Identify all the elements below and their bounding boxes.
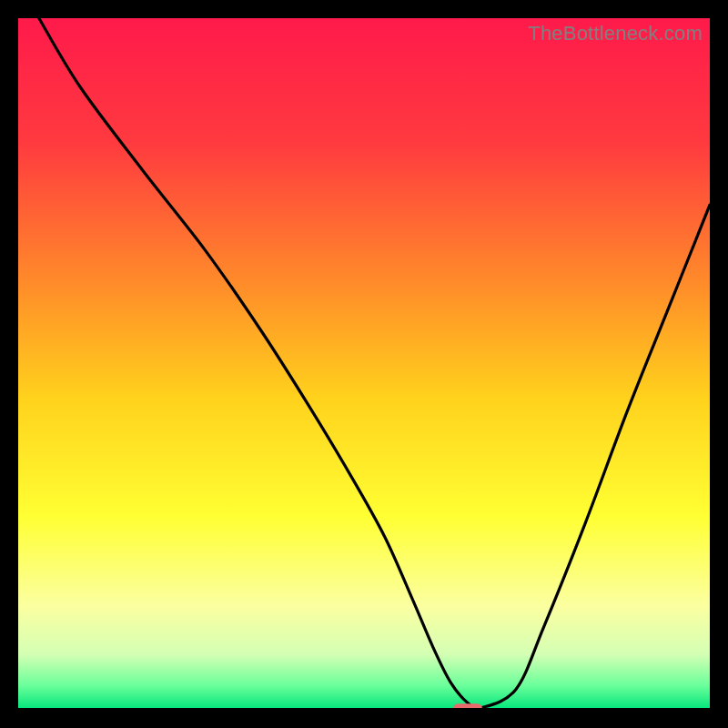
chart-svg bbox=[18, 18, 710, 710]
chart-frame: TheBottleneck.com bbox=[18, 18, 710, 710]
gradient-background bbox=[18, 18, 710, 710]
watermark-text: TheBottleneck.com bbox=[528, 22, 703, 46]
